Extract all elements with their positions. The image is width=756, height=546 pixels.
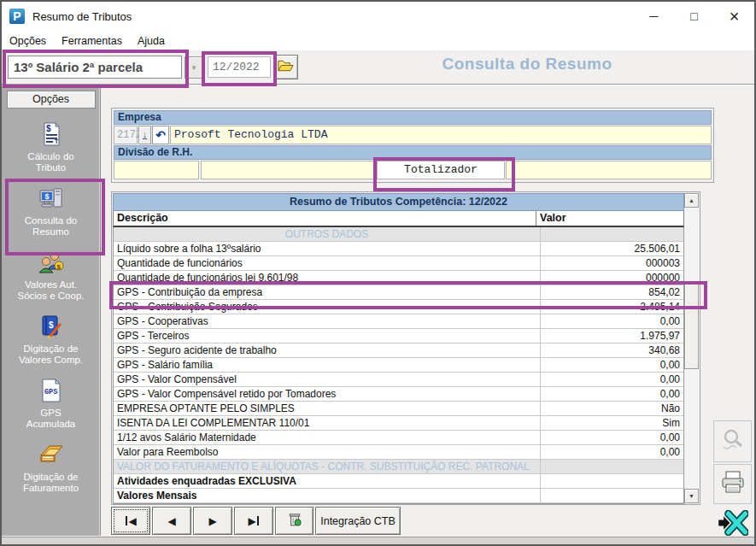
row-valor: 1.975,97 <box>540 329 683 343</box>
row-descricao: GPS - Seguro acidente de trabalho <box>114 343 540 357</box>
table-header-row: Descrição Valor <box>113 211 684 227</box>
print-button[interactable] <box>713 464 752 504</box>
table-row[interactable]: GPS - Valor Compensável retido por Tomad… <box>114 387 683 402</box>
divisao-field-3[interactable] <box>506 161 712 179</box>
row-valor: 0,00 <box>540 445 683 459</box>
table-row[interactable]: GPS - Salário família0,00 <box>114 358 683 373</box>
page-title: Consulta do Resumo <box>378 55 677 73</box>
row-valor: 340,68 <box>540 343 683 357</box>
people-values-icon: $ <box>36 247 67 278</box>
row-descricao: ISENTA DA LEI COMPLEMENTAR 110/01 <box>114 416 540 430</box>
row-descricao: GPS - Contribuição Segurados <box>114 300 540 314</box>
scanner-icon <box>36 439 67 470</box>
menu-opcoes[interactable]: Opções <box>2 35 54 47</box>
toolbar: 13º Salário 2ª parcela ▼ 12/2022 Consult… <box>2 50 754 84</box>
delete-button[interactable] <box>275 507 314 535</box>
table-row[interactable]: Atividades enquadradas EXCLUSIVA <box>114 474 683 489</box>
nav-next-button[interactable]: ▶ <box>193 507 232 535</box>
sidebar-item-digitacao-valores[interactable]: $Digitação de Valores Comp. <box>2 311 100 366</box>
nav-last-button[interactable]: ▶ <box>234 507 273 535</box>
excel-export-icon <box>718 510 748 539</box>
table-row[interactable]: GPS - Seguro acidente de trabalho340,68 <box>114 343 683 358</box>
row-valor: 0,00 <box>540 373 683 386</box>
row-valor <box>540 227 683 241</box>
row-valor <box>540 489 683 502</box>
undo-icon[interactable]: ↶ <box>152 126 169 144</box>
sidebar-header-opcoes[interactable]: Opções <box>7 91 96 109</box>
empresa-code-dropdown-icon[interactable]: ↓ <box>138 126 151 144</box>
empresa-code-field[interactable]: 2172 <box>114 126 138 144</box>
svg-text:$: $ <box>56 263 61 271</box>
row-descricao: OUTROS DADOS <box>114 227 540 241</box>
book-pen-icon: $ <box>36 311 67 342</box>
statusbar <box>2 537 754 544</box>
table-row[interactable]: Valor para Reembolso0,00 <box>114 445 683 460</box>
table-row: VALOR DO FATURAMENTO E ALÍQUOTAS - CONTR… <box>114 460 683 474</box>
period-combo-arrow-icon[interactable]: ▼ <box>185 56 203 79</box>
row-valor: 000003 <box>540 256 683 270</box>
sidebar-item-label: Valores Aut. Sócios e Coop. <box>18 279 85 302</box>
sidebar-item-label: Consulta do Resumo <box>25 215 77 238</box>
row-descricao: Valor para Reembolso <box>114 445 540 459</box>
menu-ajuda[interactable]: Ajuda <box>130 35 173 47</box>
table-row[interactable]: GPS - Contribuição Segurados2.485,14 <box>114 300 683 314</box>
table-row[interactable]: GPS - Valor Compensável0,00 <box>114 373 683 387</box>
table-row[interactable]: Quantidade de funcionários000003 <box>114 256 683 271</box>
resumo-table-group: Resumo de Tributos Competência: 12/2022 … <box>111 191 700 505</box>
table-row[interactable]: Líquido sobre a folha 13ºsalário25.506,0… <box>114 242 683 256</box>
row-valor: 2.485,14 <box>540 300 683 314</box>
sidebar-item-digitacao-faturamento[interactable]: Digitação de Faturamento <box>2 439 100 494</box>
menu-ferramentas[interactable]: Ferramentas <box>54 35 130 47</box>
row-valor <box>540 460 683 473</box>
empresa-header: Empresa <box>114 110 712 125</box>
minimize-button[interactable]: ─ <box>634 2 674 31</box>
open-folder-button[interactable] <box>273 55 298 79</box>
tax-document-icon: $T <box>36 119 67 150</box>
totalizador-button[interactable]: Totalizador <box>377 161 505 179</box>
preview-signature-button[interactable] <box>713 420 752 462</box>
divisao-field-2[interactable] <box>201 161 375 179</box>
integracao-ctb-button[interactable]: Integração CTB <box>315 507 401 535</box>
table-row[interactable]: 1/12 avos Salário Maternidade0,00 <box>114 431 683 445</box>
nav-previous-button[interactable]: ◀ <box>152 507 191 535</box>
sidebar-item-calculo-tributo[interactable]: $TCálculo do Tributo <box>2 119 100 173</box>
table-row[interactable]: GPS - Contribuição da empresa854,02 <box>114 285 683 300</box>
row-descricao: Quantidade de funcionários <box>114 256 540 270</box>
empresa-group: Empresa 2172 ↓ ↶ Prosoft Tecnologia LTDA… <box>111 108 714 183</box>
sidebar-item-valores-aut-socios[interactable]: $Valores Aut. Sócios e Coop. <box>2 247 100 302</box>
scroll-down-icon[interactable]: ▼ <box>684 489 699 503</box>
row-valor: 0,00 <box>540 314 683 328</box>
row-valor: Sim <box>540 416 683 430</box>
scrollbar-thumb[interactable] <box>684 284 699 369</box>
close-button[interactable]: × <box>714 2 754 31</box>
empresa-name-field[interactable]: Prosoft Tecnologia LTDA <box>170 126 712 144</box>
row-valor: 000000 <box>540 271 683 285</box>
table-row: OUTROS DADOS <box>114 227 683 242</box>
competencia-field[interactable]: 12/2022 <box>208 56 271 78</box>
table-row[interactable]: GPS - Cooperativas0,00 <box>114 314 683 329</box>
vertical-scrollbar[interactable]: ▲ ▼ <box>684 193 699 503</box>
folder-open-icon <box>278 59 294 76</box>
sidebar-item-consulta-resumo[interactable]: $Consulta do Resumo <box>2 183 100 238</box>
table-row[interactable]: Quantidade de funcionários lei 9.601/980… <box>114 271 683 285</box>
sidebar-item-gps-acumulada[interactable]: GPSGPS Acumulada <box>2 375 100 430</box>
scroll-up-icon[interactable]: ▲ <box>684 193 699 208</box>
row-valor: 854,02 <box>540 285 683 299</box>
column-header-descricao: Descrição <box>114 211 536 226</box>
table-row[interactable]: ISENTA DA LEI COMPLEMENTAR 110/01Sim <box>114 416 683 431</box>
nav-first-button[interactable]: ◀ <box>111 507 150 535</box>
row-valor: 0,00 <box>540 387 683 401</box>
maximize-button[interactable]: □ <box>674 2 714 31</box>
divisao-field-1[interactable] <box>114 161 199 179</box>
window-title: Resumo de Tributos <box>32 10 132 23</box>
magnifier-signature-icon <box>720 428 746 455</box>
row-descricao: Valores Mensais <box>114 489 540 502</box>
row-descricao: Quantidade de funcionários lei 9.601/98 <box>114 271 540 285</box>
period-combo[interactable]: 13º Salário 2ª parcela <box>8 56 182 79</box>
sidebar-item-label: Digitação de Valores Comp. <box>19 343 83 366</box>
row-descricao: 1/12 avos Salário Maternidade <box>114 431 540 444</box>
table-row[interactable]: Valores Mensais <box>114 489 683 503</box>
app-window: P Resumo de Tributos ─ □ × Opções Ferram… <box>0 0 756 546</box>
table-row[interactable]: GPS - Terceiros1.975,97 <box>114 329 683 343</box>
table-row[interactable]: EMPRESA OPTANTE PELO SIMPLESNão <box>114 402 683 416</box>
